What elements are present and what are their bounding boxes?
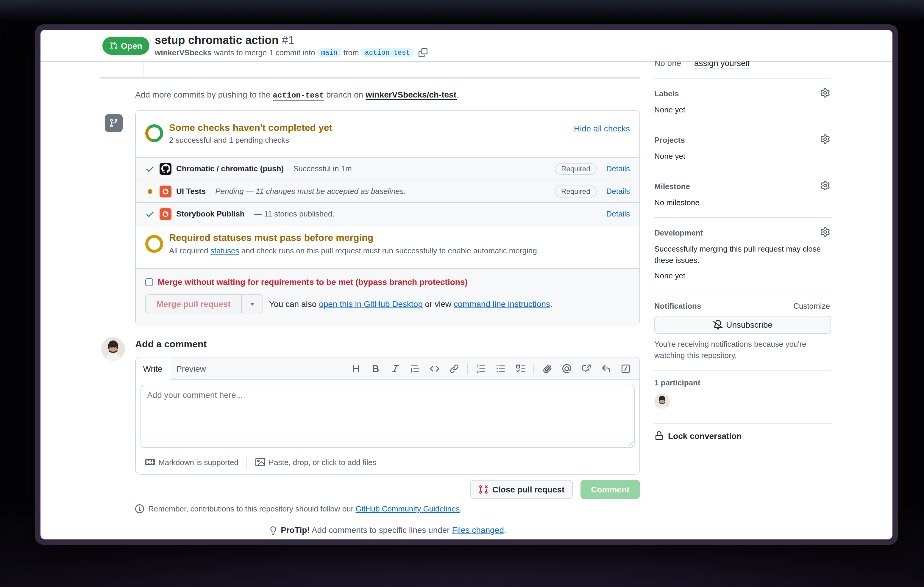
comment-input[interactable] [140, 385, 635, 448]
pr-author[interactable]: winkerVSbecks [155, 48, 212, 57]
checks-progress-donut-icon [145, 124, 163, 142]
guidelines-link[interactable]: GitHub Community Guidelines [356, 504, 460, 513]
check-row: Chromatic / chromatic (push) Successful … [136, 157, 639, 179]
checks-summary: Some checks haven't completed yet 2 succ… [136, 111, 639, 157]
task-list-icon[interactable] [513, 361, 528, 377]
attach-file-icon[interactable] [540, 361, 555, 377]
slash-command-icon[interactable] [618, 361, 634, 377]
markdown-icon [145, 457, 155, 467]
timeline-cut-border [100, 77, 640, 79]
required-badge: Required [554, 185, 597, 197]
head-branch-pill[interactable]: action-test [361, 48, 414, 57]
hide-all-checks-link[interactable]: Hide all checks [574, 124, 630, 133]
bypass-checkbox[interactable] [145, 278, 153, 286]
link-icon[interactable] [447, 361, 462, 377]
quote-icon[interactable] [407, 361, 423, 377]
customize-link[interactable]: Customize [793, 301, 830, 311]
copy-icon[interactable] [418, 48, 427, 57]
sidebar-divider [654, 291, 831, 291]
gear-icon[interactable] [820, 88, 830, 97]
protip-note: ProTip! Add comments to specific lines u… [135, 525, 640, 534]
avatar[interactable] [101, 337, 125, 361]
gear-icon[interactable] [820, 135, 830, 144]
files-changed-link[interactable]: Files changed [452, 525, 504, 534]
notifications-note: You're receiving notifications because y… [654, 339, 831, 361]
check-name[interactable]: Chromatic / chromatic (push) [176, 164, 284, 173]
github-desktop-link[interactable]: open this in GitHub Desktop [319, 299, 423, 309]
chromatic-app-icon [160, 185, 172, 197]
tab-preview[interactable]: Preview [170, 357, 212, 380]
check-row: Storybook Publish — 11 stories published… [136, 202, 639, 225]
bold-icon[interactable] [368, 361, 383, 377]
gear-icon[interactable] [820, 227, 830, 237]
details-link[interactable]: Details [606, 164, 630, 173]
check-pending-icon [145, 186, 155, 196]
labels-value: None yet [654, 105, 685, 114]
tab-write[interactable]: Write [136, 357, 170, 380]
assignees-value: No one — assign yourself [654, 61, 831, 70]
repo-link[interactable]: winkerVSbecks/ch-test [366, 90, 456, 100]
check-status: — 11 stories published. [254, 209, 335, 218]
pr-state-badge: Open [102, 37, 149, 55]
projects-value: None yet [654, 152, 685, 161]
sidebar-divider [654, 217, 831, 218]
check-name[interactable]: UI Tests [176, 187, 206, 196]
close-pull-request-button[interactable]: Close pull request [470, 480, 573, 499]
merge-pull-request-button[interactable]: Merge pull request [146, 295, 241, 313]
participants-heading: 1 participant [654, 378, 700, 387]
mention-icon[interactable] [559, 361, 574, 377]
statuses-link[interactable]: statuses [210, 246, 239, 255]
lock-conversation-button[interactable]: Lock conversation [654, 431, 741, 441]
paste-drop-files[interactable]: Paste, drop, or click to add files [256, 457, 376, 467]
sidebar-divider [654, 78, 831, 79]
image-icon [256, 457, 265, 467]
reply-icon[interactable] [598, 361, 614, 377]
details-link[interactable]: Details [606, 209, 630, 218]
alternative-merge-text: You can also open this in GitHub Desktop… [269, 299, 553, 309]
push-note: Add more commits by pushing to the actio… [135, 90, 640, 100]
sidebar-divider [654, 124, 831, 124]
code-icon[interactable] [427, 361, 442, 377]
italic-icon[interactable] [388, 361, 403, 377]
comment-footer: Markdown is supported Paste, drop, or cl… [136, 450, 639, 474]
community-guidelines-note: Remember, contributions to this reposito… [135, 504, 462, 513]
sidebar-divider [654, 370, 831, 370]
pull-request-page: Open setup chromatic action #1 winkerVSb… [41, 30, 893, 539]
sidebar-heading-labels: Labels [654, 89, 679, 98]
required-statuses-section: Required statuses must pass before mergi… [136, 225, 639, 268]
timeline-cut-divider [143, 62, 144, 77]
merge-options-dropdown[interactable] [241, 295, 262, 313]
sidebar-divider [654, 423, 831, 424]
markdown-supported[interactable]: Markdown is supported [145, 457, 238, 467]
check-name[interactable]: Storybook Publish [176, 209, 245, 218]
base-branch-pill[interactable]: main [317, 48, 341, 57]
bullet-list-icon[interactable] [493, 361, 508, 377]
git-pull-request-icon [109, 42, 118, 50]
git-branch-icon [105, 114, 123, 132]
check-row: UI Tests Pending — 11 changes must be ac… [136, 179, 639, 202]
comment-actions: Close pull request Comment [135, 480, 640, 499]
check-status: Pending — 11 changes must be accepted as… [215, 187, 406, 196]
cross-reference-icon[interactable] [579, 361, 594, 377]
assign-yourself-link[interactable]: assign yourself [694, 61, 750, 68]
merge-actions-section: Merge without waiting for requirements t… [136, 268, 639, 327]
svg-text:2: 2 [477, 369, 478, 373]
check-status: Successful in 1m [293, 164, 352, 173]
pr-title: setup chromatic action #1 [155, 34, 294, 47]
numbered-list-icon[interactable]: 12 [473, 361, 489, 377]
details-link[interactable]: Details [606, 187, 630, 196]
chevron-down-icon [250, 303, 254, 306]
development-value: None yet [654, 271, 685, 280]
info-icon [135, 504, 144, 513]
command-line-link[interactable]: command line instructions [454, 299, 550, 309]
avatar[interactable] [654, 394, 670, 409]
heading-icon[interactable] [348, 361, 364, 377]
gear-icon[interactable] [820, 181, 830, 190]
merge-status-box: Some checks haven't completed yet 2 succ… [135, 110, 640, 326]
git-pull-request-closed-icon [478, 485, 488, 494]
branch-link[interactable]: action-test [273, 91, 324, 100]
required-body: All required statuses and check runs on … [169, 246, 630, 255]
comment-button[interactable]: Comment [581, 480, 640, 499]
unsubscribe-button[interactable]: Unsubscribe [654, 316, 831, 334]
light-bulb-icon [269, 526, 277, 534]
